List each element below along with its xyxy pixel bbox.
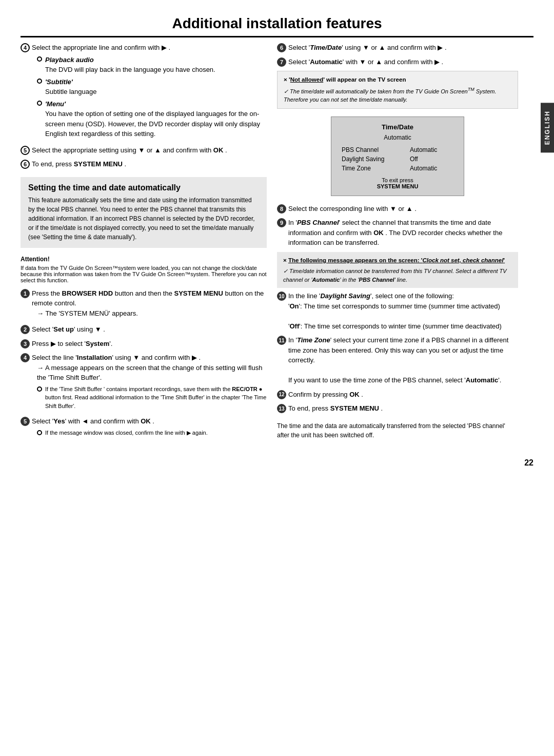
sub-step-3-content: Press ▶ to select 'System'. [32,339,267,349]
subtitle-item: 'Subtitle' Subtitle language [37,77,267,97]
r-step-13: 13 To end, press SYSTEM MENU . [277,403,518,414]
step-num-4: 4 [21,43,30,52]
arrow-bullet-2: → A message appears on the screen that t… [37,363,267,383]
r-step-10: 10 In the line 'Daylight Saving', select… [277,291,518,331]
menu-row-3-label: Time Zone [342,164,410,173]
playback-audio-item: Playback audio The DVD will play back in… [37,55,267,75]
step-6-content: To end, press SYSTEM MENU . [32,159,267,169]
r-step-num-7: 7 [277,57,286,67]
menu-row-1-value: Automatic [410,145,453,154]
english-tab: ENGLISH [541,103,554,152]
r-step-9: 9 In 'PBS Channel' select the channel th… [277,218,518,248]
menu-table: PBS Channel Automatic Daylight Saving Of… [342,145,453,173]
step-num-6: 6 [21,160,30,169]
r-step-8: 8 Select the corresponding line with ▼ o… [277,204,518,214]
warn-box: × The following message appears on the s… [277,252,518,288]
menu-display: Time/Date Automatic PBS Channel Automati… [331,117,464,196]
warn-tick: ✓ Time/date information cannot be transf… [283,267,512,284]
footer: The time and the data are automatically … [277,421,518,440]
sub-step-4: 4 Select the line 'Installation' using ▼… [21,353,267,412]
circle-bullet-3 [37,101,42,106]
circle-bullet-2 [37,79,42,84]
r-step-num-12: 12 [277,390,286,399]
r-step-num-9: 9 [277,218,286,227]
r-step-8-content: Select the corresponding line with ▼ or … [288,204,518,214]
sub-step-5-content: Select 'Yes' with ◄ and confirm with OK … [32,416,267,439]
r-step-9-content: In 'PBS Channel' select the channel that… [288,218,518,248]
step-num-s5: 5 [21,417,30,426]
r-step-11-content: In 'Time Zone' select your current time … [288,335,518,385]
menu-sub-header: Automatic [342,134,453,141]
circle-bullet [37,56,42,62]
subtitle: 'Subtitle' Subtitle language [45,77,96,97]
step-4: 4 Select the appropriate line and confir… [21,43,267,141]
step-num-5: 5 [21,146,30,155]
r-step-num-11: 11 [277,336,286,345]
circle-bullet-5 [37,430,42,435]
step-5: 5 Select the appropriate setting using ▼… [21,145,267,156]
page-title: Additional installation features [21,15,533,37]
sub-step-2-content: Select 'Set up' using ▼ . [32,324,267,335]
content-wrapper: 4 Select the appropriate line and confir… [21,43,533,443]
step-6: 6 To end, press SYSTEM MENU . [21,159,267,169]
warn-cross: × The following message appears on the s… [283,256,512,265]
attention-body: If data from the TV Guide On Screen™syst… [21,265,267,283]
sub-step-1: 1 Press the BROWSER HDD button and then … [21,288,267,321]
r-step-12: 12 Confirm by pressing OK . [277,390,518,400]
closed-note-text: If the message window was closed, confir… [45,429,208,437]
left-column: 4 Select the appropriate line and confir… [21,43,267,443]
r-step-6: 6 Select 'Time/Date' using ▼ or ▲ and co… [277,43,518,53]
menu-row-3-value: Automatic [410,164,453,173]
attention-title: Attention! [21,256,267,263]
step-num-s2: 2 [21,325,30,334]
sub-step-3: 3 Press ▶ to select 'System'. [21,339,267,349]
closed-note: If the message window was closed, confir… [37,429,267,437]
menu-row-1-label: PBS Channel [342,145,410,154]
r-step-12-content: Confirm by pressing OK . [288,390,518,400]
menu-row-3: Time Zone Automatic [342,164,453,173]
attention-block: Attention! If data from the TV Guide On … [21,256,267,283]
circle-bullet-4 [37,386,42,392]
r-step-7-content: Select 'Automatic' with ▼ or ▲ and confi… [288,57,518,67]
step-num-s4: 4 [21,353,30,362]
note-tick: ✓ The time/date will automatically be ta… [284,86,511,104]
timeshift-note: If the 'Time Shift Buffer ' contains imp… [37,385,267,411]
r-step-13-content: To end, press SYSTEM MENU . [288,403,518,414]
sub-step-1-content: Press the BROWSER HDD button and then th… [32,288,267,321]
section-box-title: Setting the time and date automatically [28,183,259,192]
step-num-s3: 3 [21,339,30,348]
menu-title: 'Menu' [45,100,66,108]
r-step-num-6: 6 [277,43,286,52]
menu-row-2-label: Daylight Saving [342,154,410,164]
arrow-bullet-1: → The 'SYSTEM MENÜ' appears. [37,308,267,319]
r-step-11: 11 In 'Time Zone' select your current ti… [277,335,518,385]
subtitle-desc: Subtitle language [45,88,96,95]
r-step-num-8: 8 [277,204,286,214]
sub-step-5: 5 Select 'Yes' with ◄ and confirm with O… [21,416,267,439]
playback-audio-desc: The DVD will play back in the language y… [45,66,215,73]
menu-desc: You have the option of setting one of th… [45,110,260,138]
timeshift-note-text: If the 'Time Shift Buffer ' contains imp… [45,385,267,411]
section-box: Setting the time and date automatically … [21,177,267,248]
r-step-num-10: 10 [277,292,286,301]
sub-step-2: 2 Select 'Set up' using ▼ . [21,324,267,335]
note-box: × 'Not allowed' will appear on the TV sc… [277,71,518,109]
sub-step-4-content: Select the line 'Installation' using ▼ a… [32,353,267,412]
r-step-7: 7 Select 'Automatic' with ▼ or ▲ and con… [277,57,518,67]
r-step-6-content: Select 'Time/Date' using ▼ or ▲ and conf… [288,43,518,53]
step-5-content: Select the appropriate setting using ▼ o… [32,145,267,156]
exit-note: To exit press SYSTEM MENU [342,177,453,189]
menu-item: 'Menu' You have the option of setting on… [37,99,267,139]
menu-header: Time/Date [342,123,453,131]
right-column: 6 Select 'Time/Date' using ▼ or ▲ and co… [277,43,533,443]
playback-audio: Playback audio The DVD will play back in… [45,55,215,75]
menu-row-2-value: Off [410,154,453,164]
r-step-num-13: 13 [277,404,286,413]
step-num-s1: 1 [21,289,30,298]
section-box-body: This feature automatically sets the time… [28,196,259,242]
page-number: 22 [21,453,533,468]
note-cross: × 'Not allowed' will appear on the TV sc… [284,75,511,84]
step-4-content: Select the appropriate line and confirm … [32,43,267,141]
playback-audio-title: Playback audio [45,56,94,64]
r-step-10-content: In the line 'Daylight Saving', select on… [288,291,518,331]
